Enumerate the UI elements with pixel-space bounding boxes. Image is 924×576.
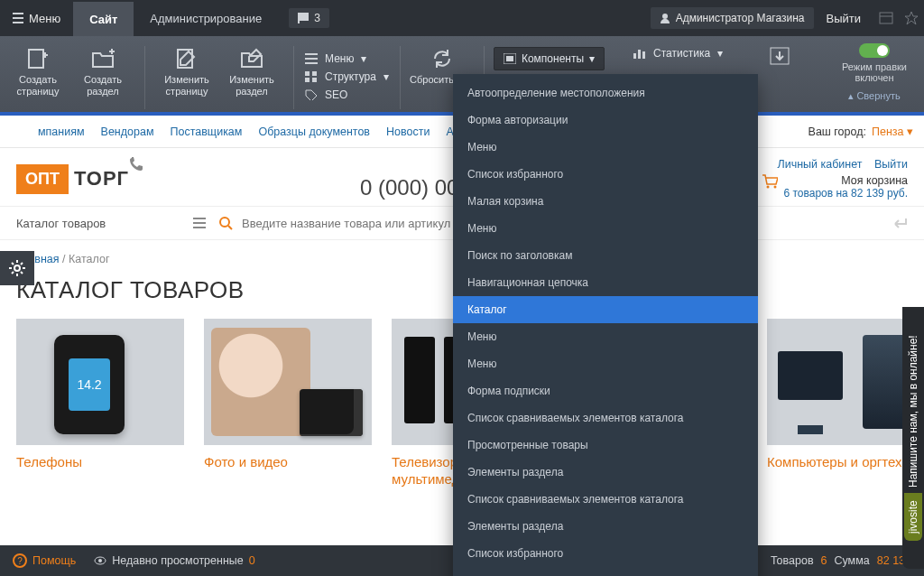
svg-point-16 [14, 265, 20, 271]
components-menu-item[interactable]: Просмотренные товары [453, 432, 758, 459]
goods-label: Товаров [771, 554, 814, 567]
notif-count: 3 [314, 12, 320, 24]
personal-account-link[interactable]: Личный кабинет [777, 158, 862, 171]
toolbar-seo-label: SEO [325, 88, 347, 101]
svg-rect-8 [305, 78, 310, 82]
components-menu-item[interactable]: Элементы раздела [453, 513, 758, 540]
nav-link[interactable]: Образцы документов [258, 125, 370, 138]
components-menu-item[interactable]: Поиск по заголовкам [453, 242, 758, 269]
catalog-item-image [16, 319, 184, 445]
edit-page-button[interactable]: Изменить страницу [154, 43, 219, 97]
recent-viewed-link[interactable]: Недавно просмотренные 0 [94, 554, 254, 567]
city-selector[interactable]: Пенза ▾ [872, 125, 913, 138]
admin-menu-label: Меню [29, 12, 60, 25]
tab-administration[interactable]: Администрирование [134, 0, 278, 36]
component-icon [504, 53, 516, 64]
components-menu-item[interactable]: Список сравниваемых элементов каталога [453, 404, 758, 432]
catalog-label: Каталог товаров [16, 217, 106, 230]
catalog-item-image [767, 319, 924, 445]
components-menu-item[interactable]: Форма авторизации [453, 107, 758, 134]
components-menu-item[interactable]: Меню [453, 350, 758, 377]
admin-top-bar: Меню Сайт Администрирование 3 Администра… [0, 0, 924, 36]
star-icon[interactable] [904, 11, 919, 25]
components-menu-item[interactable]: Список избранного [453, 540, 758, 567]
edit-page-label: Изменить страницу [154, 74, 219, 97]
city-name: Пенза [872, 125, 904, 138]
components-menu-item[interactable]: Каталог [453, 296, 758, 323]
cart-title[interactable]: Моя корзина [783, 174, 908, 187]
site-logo[interactable]: ОПТ ТОРГ [16, 164, 129, 194]
svg-rect-3 [880, 13, 892, 23]
nav-link[interactable]: Вендорам [101, 125, 154, 138]
components-menu-item[interactable]: Форма подписки [453, 377, 758, 404]
nav-link[interactable]: Новости [386, 125, 430, 138]
nav-link[interactable]: мпаниям [38, 125, 85, 138]
components-menu-item[interactable]: Элементы раздела [453, 567, 758, 576]
enter-icon[interactable] [892, 217, 908, 229]
download-button[interactable] [770, 47, 790, 65]
components-menu-item[interactable]: Меню [453, 215, 758, 242]
help-label: Помощь [32, 554, 76, 567]
nav-link[interactable]: Поставщикам [171, 125, 243, 138]
flag-icon [298, 13, 309, 23]
tab-site[interactable]: Сайт [73, 0, 134, 36]
edit-mode-toggle[interactable] [859, 43, 890, 58]
stats-dropdown-button[interactable]: Статистика ▾ [633, 47, 723, 60]
components-menu-item[interactable]: Меню [453, 134, 758, 161]
jivosite-tab[interactable]: jivosite Напишите нам, мы в онлайне! [902, 307, 924, 569]
recent-count: 0 [249, 554, 255, 567]
calendar-icon[interactable] [879, 11, 893, 25]
svg-point-2 [662, 14, 668, 19]
svg-rect-4 [29, 50, 43, 68]
logo-torg: ТОРГ [74, 167, 129, 190]
logout-link[interactable]: Выйти [814, 12, 874, 25]
hamburger-icon [193, 218, 206, 228]
edit-mode-panel: Режим правки включен ▴ Свернуть [834, 43, 915, 102]
logo-opt: ОПТ [16, 164, 69, 194]
components-menu-item[interactable]: Навигационная цепочка [453, 269, 758, 296]
download-icon [770, 47, 790, 65]
components-dropdown-button[interactable]: Компоненты ▾ [494, 47, 605, 70]
components-menu-item[interactable]: Элементы раздела [453, 459, 758, 486]
cart-icon [762, 174, 778, 189]
catalog-dropdown[interactable]: Каталог товаров [16, 217, 206, 230]
catalog-item-title: Фото и видео [204, 445, 372, 475]
site-logout-link[interactable]: Выйти [874, 158, 908, 171]
create-page-button[interactable]: Создать страницу [5, 43, 70, 97]
settings-side-tab[interactable] [0, 251, 34, 285]
components-menu-item[interactable]: Список избранного [453, 161, 758, 188]
help-link[interactable]: ? Помощь [13, 553, 76, 568]
account-block: Личный кабинет Выйти Моя корзина 6 товар… [762, 158, 908, 200]
components-label: Компоненты [522, 52, 584, 65]
crumb-current: Каталог [69, 253, 109, 265]
page-edit-icon [174, 47, 199, 70]
create-section-button[interactable]: Создать раздел [70, 43, 135, 97]
components-menu-item[interactable]: Автоопределение местоположения [453, 79, 758, 107]
edit-section-label: Изменить раздел [219, 74, 284, 97]
notifications-badge[interactable]: 3 [289, 8, 329, 28]
user-name: Администратор Магазина [676, 12, 805, 24]
search-icon [218, 216, 233, 230]
chevron-down-icon: ▾ [589, 52, 595, 65]
your-city-label: Ваш город: [808, 125, 866, 138]
edit-section-button[interactable]: Изменить раздел [219, 43, 284, 97]
svg-rect-12 [633, 53, 636, 59]
catalog-item[interactable]: Телефоны [16, 319, 184, 492]
admin-menu-button[interactable]: Меню [0, 0, 73, 36]
toolbar-seo-link[interactable]: SEO [305, 88, 389, 101]
user-icon [660, 13, 670, 23]
components-menu-item[interactable]: Меню [453, 323, 758, 350]
toolbar-structure-link[interactable]: Структура▾ [305, 70, 389, 83]
catalog-item[interactable]: Фото и видео [204, 319, 372, 492]
collapse-toolbar-link[interactable]: ▴ Свернуть [834, 90, 915, 102]
cart-subtitle[interactable]: 6 товаров на 82 139 руб. [783, 187, 908, 200]
components-menu-item[interactable]: Список сравниваемых элементов каталога [453, 486, 758, 513]
components-menu-item[interactable]: Малая корзина [453, 188, 758, 215]
catalog-item[interactable]: Компьютеры и оргтехника [767, 319, 924, 492]
refresh-icon [430, 47, 455, 70]
chevron-down-icon: ▾ [717, 47, 723, 60]
current-user-badge[interactable]: Администратор Магазина [651, 7, 814, 29]
toolbar-menu-link[interactable]: Меню▾ [305, 52, 389, 65]
grid-icon [305, 71, 318, 82]
folder-edit-icon [239, 47, 264, 70]
